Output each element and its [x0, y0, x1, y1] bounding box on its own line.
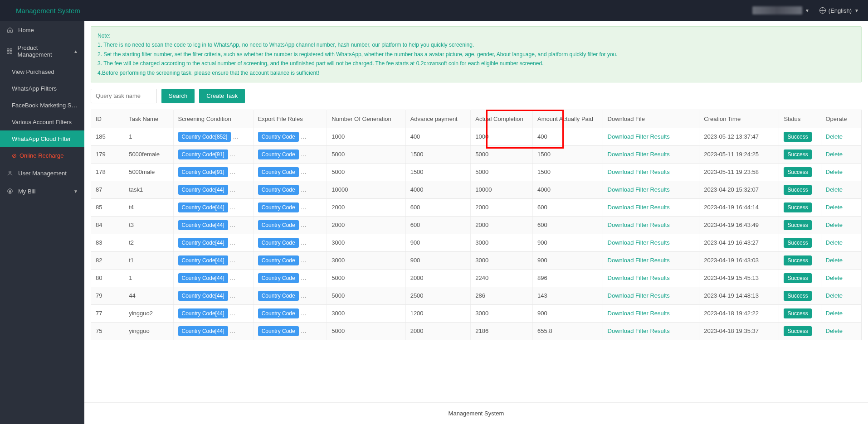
nav-home[interactable]: Home — [0, 21, 84, 39]
delete-link[interactable]: Delete — [826, 275, 843, 281]
cell-time: 2023-04-20 15:32:07 — [699, 181, 779, 198]
delete-link[interactable]: Delete — [826, 186, 843, 193]
cell-num: 5000 — [327, 322, 405, 340]
screening-chip[interactable]: Country Code[44] — [178, 308, 228, 318]
cell-operate: Delete — [821, 145, 862, 163]
cell-status: Success — [779, 322, 821, 340]
nav-my-bill[interactable]: My Bill ▼ — [0, 182, 84, 200]
export-chip[interactable]: Country Code — [258, 238, 299, 248]
create-task-button[interactable]: Create Task — [199, 89, 245, 103]
download-link[interactable]: Download Filter Results — [608, 292, 670, 299]
subnav-online-recharge[interactable]: ⊘Online Recharge — [0, 147, 84, 164]
export-chip[interactable]: Country Code — [258, 185, 299, 195]
cell-export: Country Code… — [253, 251, 327, 269]
user-menu[interactable]: ▼ — [752, 6, 809, 14]
screening-chip[interactable]: Country Code[852] — [178, 132, 231, 142]
subnav-view-purchased[interactable]: View Purchased — [0, 63, 84, 80]
screening-chip[interactable]: Country Code[44] — [178, 238, 228, 248]
cell-operate: Delete — [821, 287, 862, 304]
delete-link[interactable]: Delete — [826, 328, 843, 334]
more-icon: … — [230, 257, 236, 264]
cell-paid: 1500 — [533, 163, 603, 181]
export-chip[interactable]: Country Code — [258, 202, 299, 212]
cell-task: 44 — [124, 287, 173, 304]
screening-chip[interactable]: Country Code[44] — [178, 326, 228, 336]
delete-link[interactable]: Delete — [826, 292, 843, 299]
cell-task: t2 — [124, 234, 173, 251]
download-link[interactable]: Download Filter Results — [608, 222, 670, 228]
cell-screen: Country Code[91]… — [173, 163, 253, 181]
subnav-facebook-marketing[interactable]: FaceBook Marketing Soft… — [0, 97, 84, 114]
subnav-whatsapp-filters[interactable]: WhatsApp Filters — [0, 80, 84, 97]
delete-link[interactable]: Delete — [826, 204, 843, 211]
screening-chip[interactable]: Country Code[44] — [178, 185, 228, 195]
export-chip[interactable]: Country Code — [258, 220, 299, 230]
download-link[interactable]: Download Filter Results — [608, 169, 670, 175]
download-link[interactable]: Download Filter Results — [608, 275, 670, 281]
delete-link[interactable]: Delete — [826, 133, 843, 140]
export-chip[interactable]: Country Code — [258, 273, 299, 283]
screening-chip[interactable]: Country Code[44] — [178, 202, 228, 212]
screening-chip[interactable]: Country Code[44] — [178, 291, 228, 301]
query-task-input[interactable] — [91, 89, 157, 103]
cell-time: 2023-04-19 16:43:27 — [699, 234, 779, 251]
export-chip[interactable]: Country Code — [258, 326, 299, 336]
delete-link[interactable]: Delete — [826, 310, 843, 317]
delete-link[interactable]: Delete — [826, 151, 843, 158]
cell-export: Country Code… — [253, 145, 327, 163]
nav-user-management[interactable]: User Management — [0, 164, 84, 182]
content-scroll[interactable]: Note: 1. There is no need to scan the co… — [84, 21, 868, 402]
export-chip[interactable]: Country Code — [258, 308, 299, 318]
delete-link[interactable]: Delete — [826, 239, 843, 246]
nav-product-management[interactable]: Product Management ▲ — [0, 39, 84, 63]
export-chip[interactable]: Country Code — [258, 167, 299, 177]
grid-icon — [6, 48, 13, 55]
language-selector[interactable]: (English) ▼ — [819, 7, 859, 14]
cell-id: 79 — [91, 287, 124, 304]
cell-num: 3000 — [327, 234, 405, 251]
screening-chip[interactable]: Country Code[44] — [178, 255, 228, 265]
export-chip[interactable]: Country Code — [258, 149, 299, 159]
table-row: 801Country Code[44]…Country Code…5000200… — [91, 269, 862, 287]
cell-time: 2023-04-18 19:42:22 — [699, 304, 779, 322]
status-badge: Success — [784, 291, 811, 301]
delete-link[interactable]: Delete — [826, 169, 843, 175]
delete-link[interactable]: Delete — [826, 222, 843, 228]
th-dl: Download File — [603, 110, 699, 128]
cell-export: Country Code… — [253, 287, 327, 304]
th-screen: Screening Condition — [173, 110, 253, 128]
download-link[interactable]: Download Filter Results — [608, 328, 670, 334]
cell-id: 85 — [91, 198, 124, 216]
note-line-3: 3. The fee will be charged according to … — [98, 59, 855, 68]
download-link[interactable]: Download Filter Results — [608, 310, 670, 317]
cell-actual: 10000 — [471, 181, 533, 198]
download-link[interactable]: Download Filter Results — [608, 257, 670, 264]
subnav-whatsapp-cloud-filter[interactable]: WhatsApp Cloud Filter — [0, 130, 84, 147]
cell-status: Success — [779, 234, 821, 251]
delete-link[interactable]: Delete — [826, 257, 843, 264]
download-link[interactable]: Download Filter Results — [608, 239, 670, 246]
cell-screen: Country Code[44]… — [173, 234, 253, 251]
export-chip[interactable]: Country Code — [258, 291, 299, 301]
cell-actual: 2000 — [471, 216, 533, 234]
cell-export: Country Code… — [253, 198, 327, 216]
screening-chip[interactable]: Country Code[44] — [178, 273, 228, 283]
more-icon: … — [233, 133, 239, 140]
cell-adv: 600 — [405, 216, 471, 234]
cell-num: 5000 — [327, 145, 405, 163]
screening-chip[interactable]: Country Code[44] — [178, 220, 228, 230]
cell-task: yingguo2 — [124, 304, 173, 322]
screening-chip[interactable]: Country Code[91] — [178, 149, 228, 159]
export-chip[interactable]: Country Code — [258, 132, 299, 142]
screening-chip[interactable]: Country Code[91] — [178, 167, 228, 177]
subnav-various-filters[interactable]: Various Account Filters — [0, 114, 84, 130]
download-link[interactable]: Download Filter Results — [608, 204, 670, 211]
table-row: 82t1Country Code[44]…Country Code…300090… — [91, 251, 862, 269]
export-chip[interactable]: Country Code — [258, 255, 299, 265]
download-link[interactable]: Download Filter Results — [608, 133, 670, 140]
cell-download: Download Filter Results — [603, 128, 699, 145]
sidebar: Home Product Management ▲ View Purchased… — [0, 21, 84, 424]
download-link[interactable]: Download Filter Results — [608, 186, 670, 193]
download-link[interactable]: Download Filter Results — [608, 151, 670, 158]
search-button[interactable]: Search — [161, 89, 195, 103]
